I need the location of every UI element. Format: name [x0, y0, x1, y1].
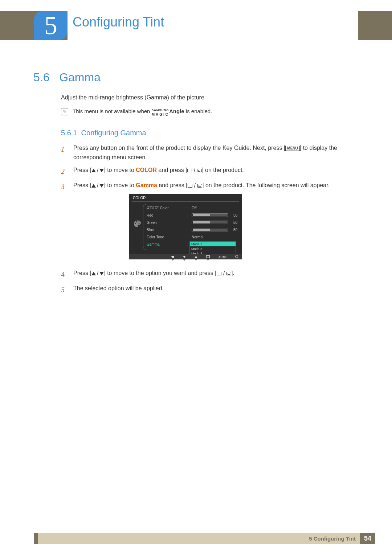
osd-val-blue: 50	[230, 228, 237, 232]
chapter-title: Configuring Tint	[73, 15, 182, 30]
osd-up-icon[interactable]	[195, 255, 197, 259]
osd-labels: SAMSUNGMAGIC Color Red Green Blue Color …	[147, 205, 179, 247]
gamma-word: Gamma	[136, 182, 157, 188]
osd-divider	[132, 201, 239, 202]
samsung-magic-logo: SAMSUNGMAGIC	[152, 107, 169, 116]
osd-bar-blue	[192, 228, 228, 231]
footer-label: 5 Configuring Tint	[309, 535, 356, 542]
note-pre: This menu is not available when	[73, 108, 152, 114]
s4a: Press [	[73, 270, 91, 276]
footer-accent	[34, 533, 38, 544]
note-row: ✎ This menu is not available when SAMSUN…	[61, 107, 212, 116]
osd-label-green: Green	[147, 221, 179, 225]
step-text-5: The selected option will be applied.	[73, 284, 359, 295]
step-num-1: 1	[61, 143, 68, 162]
osd-back-icon[interactable]	[171, 255, 174, 259]
up-down-icon: /	[91, 181, 104, 190]
subsection-number: 5.6.1	[61, 129, 77, 137]
note-icon: ✎	[61, 108, 68, 115]
osd-power-icon[interactable]	[235, 255, 238, 259]
osd-bar-green	[192, 221, 228, 224]
brand-top: SAMSUNG	[152, 108, 169, 112]
note-post: is enabled.	[184, 108, 212, 114]
section-title: Gamma	[59, 71, 101, 84]
s2d: ] on the product.	[202, 167, 244, 173]
footer-page-number: 54	[360, 533, 375, 544]
osd-bar-red	[192, 213, 228, 217]
osd-title: COLOR	[133, 196, 146, 200]
osd-brand-bottom: MAGIC	[147, 208, 159, 210]
step-text-3: Press [/] to move to Gamma and press [/]…	[73, 181, 359, 192]
osd-label-magic-color: SAMSUNGMAGIC Color	[147, 206, 179, 210]
angle-word: Angle	[169, 108, 184, 114]
osd-down-icon[interactable]	[183, 255, 186, 259]
section-intro: Adjust the mid-range brightness (Gamma) …	[61, 94, 206, 101]
s2b: ] to move to	[104, 167, 136, 173]
section-number: 5.6	[33, 71, 49, 84]
brand-bottom: MAGIC	[152, 112, 169, 116]
step-text-2: Press [/] to move to COLOR and press [/]…	[73, 165, 359, 177]
s4c: ].	[231, 270, 234, 276]
step-3: 3 Press [/] to move to Gamma and press […	[61, 181, 359, 192]
step-num-2: 2	[61, 165, 68, 177]
step-num-5: 5	[61, 284, 68, 295]
step-num-4: 4	[61, 268, 68, 280]
step-1: 1 Press any button on the front of the p…	[61, 143, 359, 162]
osd-gamma-dropdown[interactable]: Mode 1 Mode 2 Mode 3	[189, 241, 236, 256]
osd-val-green: 50	[230, 221, 237, 225]
subsection-title: Configuring Gamma	[81, 129, 146, 137]
osd-enter-icon[interactable]	[206, 255, 210, 259]
footer-bar: 5 Configuring Tint 54	[34, 533, 375, 544]
step-5: 5 The selected option will be applied.	[61, 284, 359, 295]
step-text-4: Press [/] to move to the option you want…	[73, 268, 359, 280]
s3b: ] to move to	[104, 182, 136, 188]
osd-panel: COLOR SAMSUNGMAGIC Color Red Green Blue …	[129, 194, 242, 259]
osd-label-colortone: Color Tone	[147, 235, 179, 239]
step-4: 4 Press [/] to move to the option you wa…	[61, 268, 359, 280]
subsection-heading: 5.6.1 Configuring Gamma	[61, 129, 146, 137]
step-2: 2 Press [/] to move to COLOR and press […	[61, 165, 359, 177]
up-down-icon: /	[91, 269, 104, 278]
enter-icon: /	[188, 181, 202, 190]
osd-label-red: Red	[147, 213, 179, 217]
enter-icon: /	[187, 166, 202, 175]
s4b: ] to move to the option you want and pre…	[104, 270, 216, 276]
enter-icon: /	[217, 269, 231, 278]
osd-val-red: 50	[230, 213, 237, 217]
s3a: Press [	[73, 182, 91, 188]
s3d: ] on the product. The following screen w…	[202, 182, 330, 188]
chapter-number: 5	[44, 11, 57, 41]
s1a: Press any button on the front of the pro…	[73, 145, 285, 151]
osd-color-suffix: Color	[160, 206, 169, 210]
step-text-1: Press any button on the front of the pro…	[73, 143, 359, 162]
osd-left-curve	[143, 204, 146, 250]
palette-icon	[133, 219, 142, 228]
osd-label-blue: Blue	[147, 228, 179, 232]
s3c: and press [	[157, 182, 188, 188]
osd-val-magic: Off	[192, 206, 196, 210]
s2c: and press [	[157, 167, 187, 173]
section-heading: 5.6 Gamma	[33, 71, 101, 84]
step-num-3: 3	[61, 181, 68, 192]
osd-dd-mode1[interactable]: Mode 1	[190, 242, 236, 246]
menu-button-icon: MENU	[285, 146, 299, 151]
color-word: COLOR	[136, 167, 157, 173]
s2a: Press [	[73, 167, 91, 173]
osd-auto-button[interactable]: AUTO	[219, 255, 226, 259]
note-text: This menu is not available when SAMSUNGM…	[73, 107, 212, 116]
osd-val-colortone: Normal	[192, 235, 203, 239]
osd-label-gamma: Gamma	[147, 242, 179, 246]
osd-values: :Off :50 :50 :50 :Normal :	[187, 205, 237, 247]
osd-bottom-bar: AUTO	[129, 254, 242, 259]
chapter-badge: 5	[34, 11, 68, 40]
osd-dd-mode2[interactable]: Mode 2	[190, 246, 236, 251]
up-down-icon: /	[91, 166, 104, 175]
